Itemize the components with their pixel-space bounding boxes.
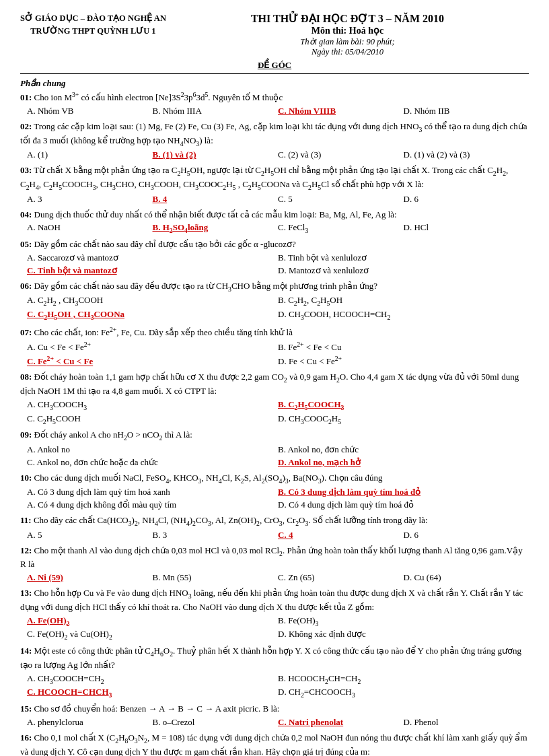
exam-code: ĐỀ GÓC [20, 60, 529, 71]
answers-09: A. Ankol no B. Ankol no, đơn chức C. Ank… [27, 444, 529, 469]
exam-title: THI THỬ ĐẠI HỌC ĐỢT 3 – NĂM 2010 Môn thi… [166, 12, 529, 57]
question-16: 16: Cho 0,1 mol chất X (C2H8O3N2, M = 10… [20, 732, 529, 756]
question-14: 14: Một este có công thức phân tử C4H6O2… [20, 645, 529, 700]
answers-02: A. (1) B. (1) và (2) C. (2) và (3) D. (1… [27, 149, 529, 162]
question-01: 01: Cho ion M3+ có cấu hình electron [Ne… [20, 90, 529, 118]
school-name: SỞ GIÁO DỤC – ĐÀO TẠO NGHỆ AN [20, 12, 166, 25]
answers-13: A. Fe(OH)2 B. Fe(OH)3 C. Fe(OH)2 và Cu(O… [27, 615, 529, 642]
main-title: THI THỬ ĐẠI HỌC ĐỢT 3 – NĂM 2010 [166, 12, 529, 25]
school-branch: TRƯỜNG THPT QUỲNH LƯU 1 [20, 25, 166, 38]
subject-title: Môn thi: Hoá học [166, 25, 529, 36]
question-03: 03: Từ chất X bằng một phản ứng tạo ra C… [20, 164, 529, 205]
section-title: Phần chung [20, 78, 529, 89]
question-12: 12: Cho một thanh Al vào dung dịch chứa … [20, 545, 529, 584]
question-08: 08: Đốt cháy hoàn toàn 1,1 gam hợp chất … [20, 371, 529, 426]
answers-03: A. 3 B. 4 C. 5 D. 6 [27, 193, 529, 206]
answers-08: A. CH3COOCH3 B. C2H5COOCH3 C. C2H5COOH D… [27, 399, 529, 426]
question-15: 15: Cho sơ đồ chuyển hoá: Benzen → A → B… [20, 703, 529, 729]
answers-05: A. Saccarozơ và mantozơ B. Tinh bột và x… [27, 252, 529, 277]
question-13: 13: Cho hỗn hợp Cu và Fe vào dung dịch H… [20, 587, 529, 642]
divider [20, 73, 529, 74]
answers-10: A. Có 3 dung dịch làm quỳ tím hoá xanh B… [27, 486, 529, 512]
answers-11: A. 5 B. 3 C. 4 D. 6 [27, 529, 529, 542]
question-04: 04: Dung dịch thuốc thử duy nhất có thể … [20, 209, 529, 236]
answers-04: A. NaOH B. H2SO4loãng C. FeCl3 D. HCl [27, 221, 529, 236]
question-11: 11: Cho dãy các chất Ca(HCO3)2, NH4Cl, (… [20, 514, 529, 542]
school-info: SỞ GIÁO DỤC – ĐÀO TẠO NGHỆ AN TRƯỜNG THP… [20, 12, 166, 57]
answers-01: A. Nhóm VB B. Nhóm IIIA C. Nhóm VIIIB D.… [27, 105, 529, 118]
answers-12: A. Ni (59) B. Mn (55) C. Zn (65) D. Cu (… [27, 572, 529, 584]
answers-06: A. C2H2 , CH3COOH B. C2H2, C2H5OH C. C2H… [27, 294, 529, 322]
answers-14: A. CH3COOCH=CH2 B. HCOOCH2CH=CH2 C. HCOO… [27, 673, 529, 700]
question-07: 07: Cho các chất, ion: Fe2+, Fe, Cu. Dãy… [20, 325, 529, 369]
exam-time: Thời gian làm bài: 90 phút; [166, 36, 529, 47]
answers-15: A. phenylclorua B. o–Crezol C. Natri phe… [27, 716, 529, 729]
question-09: 09: Đốt cháy ankol A cho nH2O > nCO2 thì… [20, 429, 529, 469]
question-02: 02: Trong các cặp kim loại sau: (1) Mg, … [20, 121, 529, 162]
answers-07: A. Cu < Fe < Fe2+ B. Fe2+ < Fe < Cu C. F… [27, 340, 529, 368]
page-header: SỞ GIÁO DỤC – ĐÀO TẠO NGHỆ AN TRƯỜNG THP… [20, 12, 529, 57]
exam-date: Ngày thi: 05/04/2010 [166, 47, 529, 57]
question-05: 05: Dãy gồm các chất nào sau đây chỉ đượ… [20, 238, 529, 277]
question-06: 06: Dãy gồm các chất nào sau đây đều đượ… [20, 280, 529, 322]
question-10: 10: Cho các dung dịch muối NaCl, FeSO4, … [20, 472, 529, 512]
